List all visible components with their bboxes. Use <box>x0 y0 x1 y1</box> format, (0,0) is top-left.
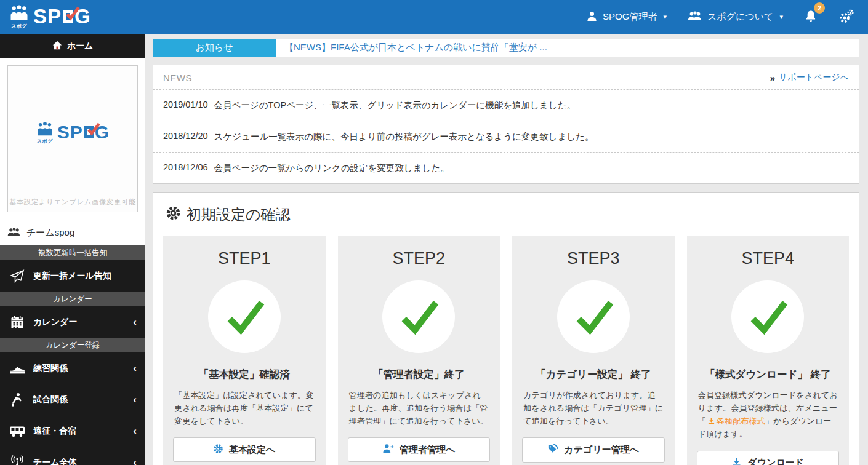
sidebar-item-calendar[interactable]: カレンダー ‹ <box>0 306 145 338</box>
logo-people-icon <box>36 122 54 138</box>
setup-panel: 初期設定の確認 STEP1 「基本設定」確認済 「基本設定」は設定されています。… <box>153 192 859 465</box>
setup-step-card: STEP2 「管理者設定」終了 管理者の追加もしくはスキップされました。再度、追… <box>338 236 500 465</box>
team-name-label: チームspog <box>26 227 74 239</box>
step-heading: 「カテゴリー設定」 終了 <box>522 368 665 381</box>
home-label: ホーム <box>67 41 94 52</box>
sidebar-menu: 複数更新時一括告知 更新一括メール告知 カレンダー <box>0 245 145 465</box>
main-content: お知らせ 【NEWS】FIFA公式が日本とベトナムの戦いに賛辞「堂安が ... … <box>145 34 868 465</box>
success-check-icon <box>557 280 630 353</box>
step-number: STEP2 <box>348 249 491 268</box>
news-ticker: お知らせ 【NEWS】FIFA公式が日本とベトナムの戦いに賛辞「堂安が ... <box>153 39 859 57</box>
team-emblem[interactable]: スポグ SP G 基本設定よりエンブレム画像変更可能 <box>0 58 145 220</box>
news-date: 2018/12/06 <box>163 162 208 174</box>
sidebar-item-match[interactable]: 試合関係 ‹ <box>0 384 145 415</box>
calendar-icon <box>9 315 26 330</box>
button-label: カテゴリー管理へ <box>564 444 639 456</box>
news-row: 2018/12/20 スケジュール一覧表示の際に、今日より前の投稿がグレー表示と… <box>153 121 859 153</box>
users-icon <box>688 10 702 23</box>
setup-title: 初期設定の確認 <box>187 205 291 225</box>
user-plus-icon <box>382 443 394 456</box>
ticker-headline[interactable]: 【NEWS】FIFA公式が日本とベトナムの戦いに賛辞「堂安が ... <box>276 39 547 57</box>
step-number: STEP3 <box>522 249 665 268</box>
app-logo[interactable]: スポグ SP G <box>9 5 91 29</box>
notification-badge: 2 <box>814 2 825 14</box>
chevron-left-icon: ‹ <box>133 394 137 405</box>
menu-item-label: カレンダー <box>33 317 77 328</box>
gear-icon <box>213 443 223 456</box>
emblem-logo: スポグ SP G <box>36 122 110 144</box>
download-button[interactable]: ダウンロード <box>697 451 840 465</box>
broadcast-tower-icon <box>9 455 26 465</box>
setup-step-card: STEP4 「様式ダウンロード」 終了 会員登録様式ダウンロードをされております… <box>687 236 850 465</box>
chevron-left-icon: ‹ <box>133 363 137 373</box>
step-heading: 「様式ダウンロード」 終了 <box>697 368 840 381</box>
support-page-link[interactable]: » サポートページへ <box>770 72 849 83</box>
sidebar-item-practice[interactable]: 練習関係 ‹ <box>0 352 145 384</box>
gear-icon <box>166 205 181 225</box>
about-menu[interactable]: スポグについて ▾ <box>688 10 783 23</box>
sidebar-item-home[interactable]: ホーム <box>0 34 145 58</box>
menu-section-header: カレンダー <box>0 292 145 306</box>
about-menu-label: スポグについて <box>707 11 773 23</box>
step-description: 「基本設定」は設定されています。変更される場合は再度「基本設定」にて変更をして下… <box>174 389 315 427</box>
news-text: 会員ページのTOPページ、一覧表示、グリッド表示のカレンダーに機能を追加しました… <box>214 100 576 111</box>
success-check-icon <box>731 280 804 353</box>
button-label: 基本設定へ <box>229 444 275 456</box>
logo-text: SP G <box>33 6 91 26</box>
user-menu-label: SPOG管理者 <box>603 11 657 23</box>
users-icon <box>7 227 21 239</box>
sidebar-item-batch-mail[interactable]: 更新一括メール告知 <box>0 260 145 292</box>
emblem-caption: 基本設定よりエンブレム画像変更可能 <box>8 197 137 207</box>
shoe-icon <box>9 362 26 375</box>
step-heading: 「管理者設定」終了 <box>348 368 491 381</box>
basic-settings-button[interactable]: 基本設定へ <box>173 437 316 462</box>
home-icon <box>52 41 62 52</box>
success-check-icon <box>382 280 455 353</box>
chevron-down-icon: ▾ <box>663 13 667 21</box>
chevron-left-icon: ‹ <box>133 457 137 465</box>
menu-item-label: 練習関係 <box>33 363 68 374</box>
button-label: ダウンロード <box>747 457 804 465</box>
download-icon <box>731 457 742 465</box>
bus-icon <box>9 425 26 437</box>
news-panel-title: NEWS <box>163 73 192 83</box>
settings-button[interactable] <box>838 9 854 26</box>
setup-step-card: STEP3 「カテゴリー設定」 終了 カテゴリが作成されております。追加をされる… <box>512 236 675 465</box>
menu-item-label: チーム全体 <box>33 457 77 465</box>
support-page-link-label: サポートページへ <box>779 72 849 83</box>
menu-item-label: 遠征・合宿 <box>33 426 76 437</box>
category-management-button[interactable]: カテゴリー管理へ <box>522 437 665 463</box>
distribution-forms-link[interactable]: 各種配布様式 <box>706 416 765 426</box>
download-icon <box>707 417 715 425</box>
news-text: 会員ページの一覧からのリンクの設定を変更致しました。 <box>214 162 449 174</box>
team-name: チームspog <box>0 220 145 245</box>
step-number: STEP1 <box>173 249 316 268</box>
user-menu[interactable]: SPOG管理者 ▾ <box>586 10 667 24</box>
logo-people-icon <box>9 5 30 23</box>
menu-section-header: 複数更新時一括告知 <box>0 245 145 260</box>
logo-check-icon <box>84 126 94 138</box>
notifications-button[interactable]: 2 <box>804 9 818 25</box>
step-description: 管理者の追加もしくはスキップされました。再度、追加を行う場合は「管理者管理」にて… <box>349 389 489 427</box>
menu-section-header: カレンダー登録 <box>0 338 145 352</box>
news-panel: NEWS » サポートページへ 2019/01/10 会員ページのTOPページ、… <box>153 65 859 184</box>
sidebar: ホーム スポグ SP <box>0 34 145 465</box>
menu-item-label: 更新一括メール告知 <box>33 271 111 282</box>
step-description: カテゴリが作成されております。追加をされる場合は「カテゴリ管理」にて追加を行って… <box>523 389 664 427</box>
button-label: 管理者管理へ <box>400 444 455 456</box>
news-row: 2019/01/10 会員ページのTOPページ、一覧表示、グリッド表示のカレンダ… <box>153 90 859 121</box>
logo-sub-text: スポグ <box>11 24 27 29</box>
chevron-left-icon: ‹ <box>133 317 137 327</box>
step-description: 会員登録様式ダウンロードをされております。会員登録様式は、左メニュー「各種配布様… <box>698 389 838 441</box>
user-icon <box>586 10 598 24</box>
sidebar-item-trip[interactable]: 遠征・合宿 ‹ <box>0 415 145 447</box>
sidebar-item-team[interactable]: チーム全体 ‹ <box>0 447 145 465</box>
gears-icon <box>838 9 854 26</box>
news-row: 2018/12/06 会員ページの一覧からのリンクの設定を変更致しました。 <box>153 153 859 183</box>
soccer-player-icon <box>9 392 26 407</box>
success-check-icon <box>208 280 281 353</box>
news-date: 2019/01/10 <box>163 100 208 111</box>
ticker-label[interactable]: お知らせ <box>153 39 276 57</box>
admin-management-button[interactable]: 管理者管理へ <box>348 437 491 462</box>
step-number: STEP4 <box>697 249 840 268</box>
